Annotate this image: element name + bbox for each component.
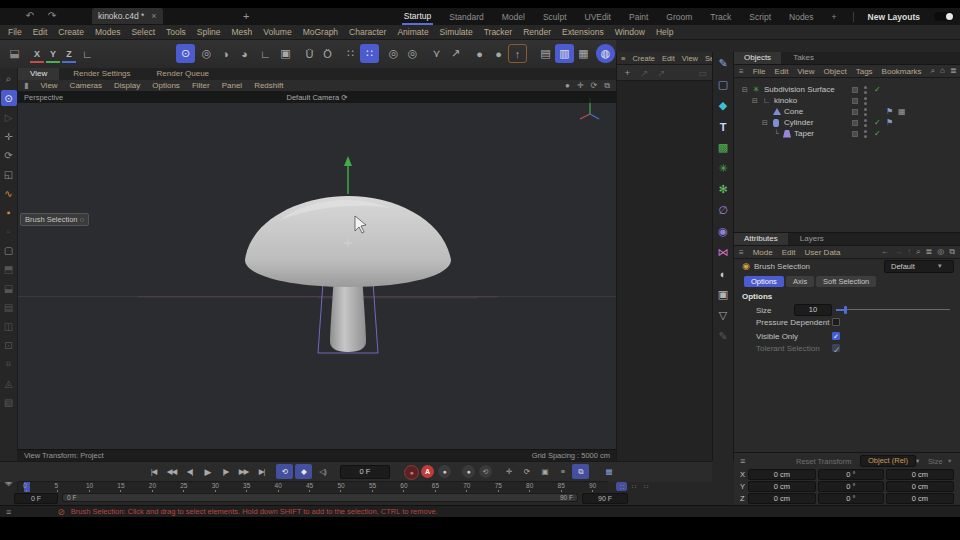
trash-icon[interactable]: ▭ [696,67,709,78]
viewport-canvas[interactable]: Perspective Default Camera ⟳ Brush Selec… [18,92,616,449]
menu-create[interactable]: Create [58,27,84,37]
section-tab-axis[interactable]: Axis [786,276,814,287]
tab-layers[interactable]: Layers [790,233,834,245]
keyframe-selection-button[interactable]: ● [438,465,451,478]
motext-icon[interactable]: T [715,119,732,134]
range-slider-inner[interactable]: 0 F 90 F [63,494,577,501]
visibility-dots[interactable] [864,130,867,138]
volume-icon[interactable]: ⋈ [715,245,732,260]
enabled-check-icon[interactable]: ✓ [874,117,881,128]
parent-icon[interactable]: ↑ [907,247,911,257]
light-icon[interactable]: ▽ [715,308,732,323]
camera-pan-icon[interactable]: ✛ [577,81,584,91]
section-tab-soft-selection[interactable]: Soft Selection [816,276,876,287]
rotate-tool-icon[interactable]: ⟳ [1,147,17,163]
render-settings-icon[interactable]: ▦ [574,44,593,63]
camera-rotate-icon[interactable]: ⟳ [591,81,598,91]
menu-select[interactable]: Select [131,27,155,37]
vmenu-options[interactable]: Options [152,81,180,90]
model-mode-icon[interactable]: ▢ [1,242,17,258]
layout-tab-uvedit[interactable]: UVEdit [583,10,613,24]
attr-export-icon[interactable]: ⧉ [949,247,955,257]
viewport-menu-icon[interactable]: ▮ [24,81,28,90]
vmenu-redshift[interactable]: Redshift [254,81,283,90]
record-pla-toggle[interactable]: ▣ [536,464,553,479]
attr-menu-icon[interactable]: ≡ [739,248,744,257]
grid-a-icon[interactable]: ∷ [341,44,360,63]
menu-file[interactable]: File [8,27,22,37]
play-button[interactable]: ▶ [199,464,216,479]
snap-mode-icon[interactable]: ◬ [1,375,17,391]
range-start-field[interactable]: 0 F [14,493,58,504]
status-menu-icon[interactable]: ≡ [6,507,11,517]
axis-lock-x[interactable]: X [30,46,44,63]
menu-edit[interactable]: Edit [33,27,48,37]
next-frame-button[interactable]: |▶ [217,464,234,479]
polygon-selection-tag-icon[interactable]: ⚑ [886,106,893,117]
primitive-cube-icon[interactable]: ◆ [715,98,732,113]
visibility-dots[interactable] [864,119,867,127]
promote-icon[interactable]: ↗ [638,67,651,78]
capsule-mode-icon[interactable]: ▧ [1,394,17,410]
ring-a-icon[interactable]: ◎ [384,44,403,63]
tree-row-taper[interactable]: └ Taper ✓ [734,128,960,139]
rot-y-field[interactable]: 0 ° [818,481,884,492]
size-input[interactable]: 10 [794,304,832,316]
object-mode-icon[interactable]: ⬓ [1,280,17,296]
om-menu-edit[interactable]: Edit [775,67,789,76]
record-scale-toggle[interactable]: ✛ [500,464,517,479]
menu-mesh[interactable]: Mesh [232,27,253,37]
om-filter-icon[interactable]: ≣ [950,66,957,76]
undo-icon[interactable]: ↶ [22,9,38,23]
live-selection-icon[interactable]: ⊙ [176,44,195,63]
pos-x-field[interactable]: 0 cm [748,469,816,480]
menu-extensions[interactable]: Extensions [562,27,604,37]
pos-z-field[interactable]: 0 cm [748,493,816,504]
vmenu-view[interactable]: View [40,81,57,90]
spline-pen-icon[interactable]: ✎ [715,56,732,71]
lock-b-icon[interactable]: ● [489,44,508,63]
preset-dropdown[interactable]: Default [884,260,954,273]
texture-mode-icon[interactable]: ⬒ [1,261,17,277]
menu-render[interactable]: Render [523,27,551,37]
scale-z-field[interactable]: 0 cm [886,493,954,504]
mirror-icon[interactable]: ↗ [446,44,465,63]
enabled-check-icon[interactable]: ✓ [874,128,881,139]
sound-icon[interactable]: ◁) [314,464,331,479]
size-mode-dropdown[interactable]: Size [928,457,943,466]
menu-modes[interactable]: Modes [95,27,121,37]
options-section-header[interactable]: Options [742,292,772,301]
coord-menu-icon[interactable]: ≡ [740,456,745,466]
workplane-mode-icon[interactable]: ⌗ [1,356,17,372]
history-back-icon[interactable]: ← [881,247,889,257]
ikspline-mode-icon[interactable]: ◫ [1,318,17,334]
interactive-render-icon[interactable]: ◍ [596,44,615,63]
layout-tab-sculpt[interactable]: Sculpt [541,10,569,24]
layout-tab-paint[interactable]: Paint [627,10,650,24]
previous-frame-button[interactable]: ◀| [181,464,198,479]
axis-lock-z[interactable]: Z [62,46,76,63]
om-menu-icon[interactable]: ≡ [739,67,744,76]
menu-volume[interactable]: Volume [263,27,291,37]
tree-row-cone[interactable]: Cone ⚑ ▦ [734,106,960,117]
fcurve-icon[interactable]: ▦ [600,464,617,479]
previous-key-button[interactable]: ◀◀ [163,464,180,479]
tree-row-cylinder[interactable]: ⊟ Cylinder ✓ ⚑ [734,117,960,128]
layout-tab-groom[interactable]: Groom [664,10,694,24]
visibility-dots[interactable] [864,108,867,116]
redo-icon[interactable]: ↷ [44,9,60,23]
solo-off-icon[interactable]: ◎ [197,44,216,63]
deformer-icon[interactable]: ✻ [715,182,732,197]
vmenu-panel[interactable]: Panel [222,81,242,90]
keyframe-snap-icon[interactable]: ◆ [295,464,312,479]
ring-b-icon[interactable]: ◎ [403,44,422,63]
viewport-toggle-icon[interactable]: ⧉ [604,81,610,91]
grid-b-icon[interactable]: ∷ [360,44,379,63]
selection-tool-icon[interactable]: ▷ [1,109,17,125]
size-slider-handle[interactable] [844,306,847,314]
environment-icon[interactable]: ◐ [715,266,732,281]
history-forward-icon[interactable]: → [894,247,902,257]
om-menu-object[interactable]: Object [824,67,847,76]
layout-tab-startup[interactable]: Startup [402,9,433,25]
attr-menu-edit[interactable]: Edit [782,248,796,257]
